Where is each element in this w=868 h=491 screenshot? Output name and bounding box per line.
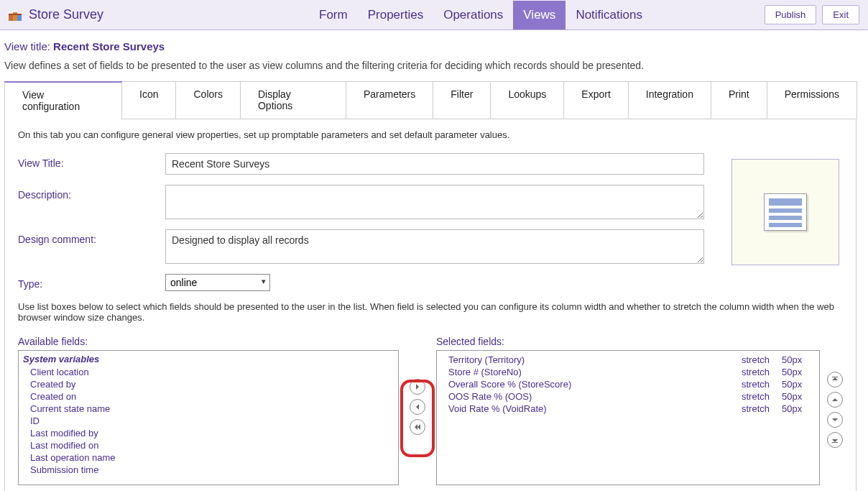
selected-fields-list[interactable]: Territory (Territory)stretch50px Store #… bbox=[436, 350, 820, 485]
svg-rect-0 bbox=[9, 14, 13, 21]
lists-area: Available fields: System variables Clien… bbox=[18, 336, 843, 485]
order-buttons bbox=[827, 336, 843, 448]
view-title-input[interactable] bbox=[165, 153, 704, 175]
tab-filter[interactable]: Filter bbox=[433, 81, 491, 119]
move-left-button[interactable] bbox=[410, 399, 425, 415]
move-bottom-button[interactable] bbox=[827, 432, 843, 448]
available-fields-list[interactable]: System variables Client location Created… bbox=[18, 350, 399, 485]
tab-help-text: On this tab you can configure general vi… bbox=[18, 129, 843, 140]
list-item[interactable]: Last modified by bbox=[23, 427, 394, 439]
app-title: Store Survey bbox=[29, 7, 103, 22]
tab-icon[interactable]: Icon bbox=[121, 81, 176, 119]
tab-permissions[interactable]: Permissions bbox=[767, 81, 857, 119]
view-definition: View defines a set of fields to be prese… bbox=[4, 60, 857, 71]
svg-rect-5 bbox=[832, 442, 838, 443]
list-item[interactable]: Created on bbox=[23, 390, 394, 403]
tab-content: On this tab you can configure general vi… bbox=[4, 119, 857, 491]
available-group-header: System variables bbox=[23, 354, 394, 364]
design-comment-input[interactable]: Designed to display all records bbox=[165, 229, 704, 264]
list-item[interactable]: Last operation name bbox=[23, 451, 394, 464]
tab-print[interactable]: Print bbox=[711, 81, 767, 119]
transfer-buttons bbox=[406, 336, 429, 435]
selected-row[interactable]: Territory (Territory)stretch50px bbox=[441, 354, 815, 366]
nav-properties[interactable]: Properties bbox=[358, 1, 433, 29]
tab-view-configuration[interactable]: View configuration bbox=[4, 81, 122, 119]
tab-display-options[interactable]: Display Options bbox=[240, 81, 346, 119]
svg-rect-4 bbox=[832, 377, 838, 377]
fields-help-text: Use list boxes below to select which fie… bbox=[18, 301, 843, 323]
tab-colors[interactable]: Colors bbox=[175, 81, 240, 119]
view-title-value: Recent Store Surveys bbox=[53, 40, 165, 52]
svg-rect-1 bbox=[13, 12, 17, 21]
list-item[interactable]: Submission time bbox=[23, 464, 394, 476]
list-item[interactable]: Created by bbox=[23, 378, 394, 390]
header-nav: Form Properties Operations Views Notific… bbox=[309, 1, 652, 29]
list-item[interactable]: ID bbox=[23, 415, 394, 427]
label-design-comment: Design comment: bbox=[18, 229, 165, 245]
list-item[interactable]: Client location bbox=[23, 366, 394, 378]
nav-views[interactable]: Views bbox=[513, 1, 565, 29]
tab-parameters[interactable]: Parameters bbox=[346, 81, 433, 119]
tab-lookups[interactable]: Lookups bbox=[490, 81, 564, 119]
type-select[interactable]: online bbox=[165, 274, 270, 291]
selected-fields-label: Selected fields: bbox=[436, 336, 820, 347]
available-fields-label: Available fields: bbox=[18, 336, 399, 347]
app-icon bbox=[9, 9, 23, 21]
list-item[interactable]: Last modified on bbox=[23, 439, 394, 451]
preview-thumbnail bbox=[731, 159, 839, 265]
nav-operations[interactable]: Operations bbox=[433, 1, 513, 29]
svg-rect-3 bbox=[9, 14, 22, 15]
tab-integration[interactable]: Integration bbox=[628, 81, 711, 119]
selected-row[interactable]: Overall Score % (StoreScore)stretch50px bbox=[441, 378, 815, 390]
tabs-row: View configuration Icon Colors Display O… bbox=[4, 81, 857, 119]
label-description: Description: bbox=[18, 185, 165, 201]
exit-button[interactable]: Exit bbox=[822, 5, 859, 24]
publish-button[interactable]: Publish bbox=[765, 5, 817, 24]
view-title-line: View title: Recent Store Surveys bbox=[4, 40, 857, 52]
move-top-button[interactable] bbox=[827, 372, 843, 387]
list-item[interactable]: Current state name bbox=[23, 403, 394, 415]
view-title-label: View title: bbox=[4, 40, 53, 52]
tab-export[interactable]: Export bbox=[563, 81, 628, 119]
move-down-button[interactable] bbox=[827, 412, 843, 428]
move-all-left-button[interactable] bbox=[410, 419, 425, 435]
description-input[interactable] bbox=[165, 185, 704, 219]
selected-row[interactable]: Void Rate % (VoidRate)stretch50px bbox=[441, 403, 815, 415]
move-up-button[interactable] bbox=[827, 392, 843, 408]
selected-row[interactable]: Store # (StoreNo)stretch50px bbox=[441, 366, 815, 378]
selected-row[interactable]: OOS Rate % (OOS)stretch50px bbox=[441, 390, 815, 403]
label-view-title: View Title: bbox=[18, 153, 165, 169]
nav-notifications[interactable]: Notifications bbox=[565, 1, 652, 29]
move-right-button[interactable] bbox=[410, 379, 425, 395]
nav-form[interactable]: Form bbox=[309, 1, 358, 29]
label-type: Type: bbox=[18, 274, 165, 290]
header-bar: Store Survey Form Properties Operations … bbox=[0, 0, 868, 30]
